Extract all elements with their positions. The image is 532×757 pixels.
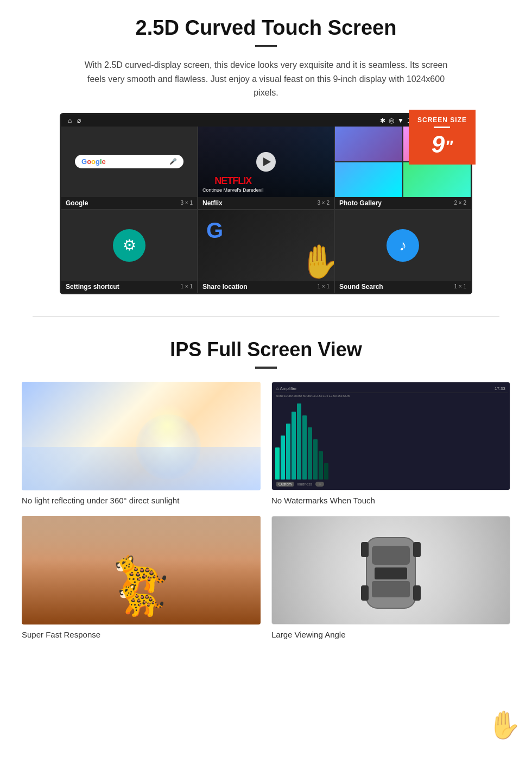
car-label: Large Viewing Angle: [271, 630, 510, 639]
badge-divider: [434, 127, 450, 128]
photo-tile-3: [335, 162, 402, 197]
mic-icon: 🎤: [169, 158, 177, 165]
title-underline-2: [255, 367, 277, 369]
netflix-logo-text: NETFLIX: [202, 175, 263, 187]
svg-rect-7: [413, 585, 421, 601]
google-thumbnail: Google 🎤: [61, 127, 197, 197]
sound-icon: ♪: [387, 229, 419, 262]
svg-rect-2: [372, 581, 410, 597]
amp-title: ⌂ Amplifier: [276, 386, 297, 391]
app-cell-share[interactable]: G 🤚 Share location 1 × 1: [198, 210, 334, 293]
section-curved-screen: 2.5D Curved Touch Screen With 2.5D curve…: [0, 0, 532, 311]
title-underline-1: [255, 45, 277, 47]
signal-icon: ▼: [397, 117, 404, 124]
google-app-size: 3 × 1: [180, 200, 193, 206]
app-cell-netflix[interactable]: NETFLIX Continue Marvel's Daredevil Netf…: [198, 127, 334, 209]
amp-footer: Custom loudness ○: [274, 481, 508, 488]
car-svg: [358, 521, 423, 619]
location-icon: ◎: [389, 117, 394, 124]
loudness-label: loudness: [297, 482, 312, 486]
home-icon: ⌂: [68, 117, 72, 124]
section1-title: 2.5D Curved Touch Screen: [33, 16, 499, 40]
svg-rect-3: [375, 567, 407, 579]
feature-car: Large Viewing Angle: [271, 516, 510, 639]
svg-rect-4: [361, 542, 369, 557]
features-grid: No light reflecting under 360° direct su…: [22, 382, 510, 639]
screen-container: Screen Size 9" ⌂ ⌀ ✱ ◎ ▼ 15:06 📷 🔊 ✕ ▭: [60, 113, 472, 294]
share-app-name: Share location: [202, 283, 248, 291]
netflix-app-name: Netflix: [202, 199, 223, 207]
car-visual: [272, 516, 510, 624]
sound-app-name: Sound Search: [339, 283, 383, 291]
photos-label-row: Photo Gallery 2 × 2: [335, 197, 471, 209]
photos-app-size: 2 × 2: [454, 200, 466, 206]
section1-description: With 2.5D curved-display screen, this de…: [76, 58, 456, 100]
netflix-thumbnail: NETFLIX Continue Marvel's Daredevil: [198, 127, 334, 197]
screen-size-badge: Screen Size 9": [409, 110, 476, 165]
app-cell-sound[interactable]: ♪ Sound Search 1 × 1: [335, 210, 471, 293]
play-triangle-icon: [263, 157, 271, 166]
amp-custom: Custom: [276, 482, 294, 487]
status-left: ⌂ ⌀: [68, 117, 81, 124]
netflix-app-size: 3 × 2: [317, 200, 330, 206]
netflix-continue-text: Continue Marvel's Daredevil: [202, 187, 263, 193]
settings-app-name: Settings shortcut: [66, 283, 119, 291]
amp-bar-6: [302, 415, 307, 480]
amp-bar-4: [292, 412, 296, 480]
amp-time: 17:33: [495, 386, 505, 391]
feature-sunlight: No light reflecting under 360° direct su…: [22, 382, 261, 505]
car-wrapper: [272, 516, 510, 624]
sunlight-visual: [22, 382, 261, 490]
sunlight-image: [22, 382, 261, 490]
cheetah-visual: 🐆: [22, 516, 261, 624]
google-app-name: Google: [66, 199, 88, 207]
amp-bar-10: [324, 463, 328, 479]
amp-bar-9: [319, 451, 323, 479]
settings-icon: ⚙: [113, 229, 145, 262]
settings-label-row: Settings shortcut 1 × 1: [61, 281, 197, 293]
g-maps-logo: G: [206, 218, 223, 243]
svg-rect-5: [413, 542, 421, 557]
google-search-bar: Google 🎤: [75, 155, 183, 168]
google-label-row: Google 3 × 1: [61, 197, 197, 209]
sunlight-label: No light reflecting under 360° direct su…: [22, 496, 261, 505]
badge-size-display: 9": [417, 131, 467, 158]
amp-bar-2: [281, 436, 285, 480]
sky-bottom: [22, 447, 261, 490]
section2-title: IPS Full Screen View: [22, 338, 510, 361]
app-cell-google[interactable]: Google 🎤 Google 3 × 1: [61, 127, 197, 209]
cheetah-image: 🐆: [22, 516, 261, 624]
amp-bar-1: [275, 447, 280, 480]
share-thumbnail: G 🤚: [198, 210, 334, 281]
cheetah-label: Super Fast Response: [22, 630, 261, 639]
settings-thumbnail: ⚙: [61, 210, 197, 281]
photos-app-name: Photo Gallery: [339, 199, 382, 207]
sound-thumbnail: ♪: [335, 210, 471, 281]
badge-title-text: Screen Size: [417, 116, 467, 124]
loudness-toggle: ○: [315, 482, 324, 487]
google-logo: Google: [81, 157, 106, 166]
feature-cheetah: 🐆 Super Fast Response: [22, 516, 261, 639]
app-cell-settings[interactable]: ⚙ Settings shortcut 1 × 1: [61, 210, 197, 293]
amp-header: ⌂ Amplifier 17:33: [274, 384, 508, 393]
amplifier-visual: ⌂ Amplifier 17:33 60hz 100hz 200hz 500hz…: [272, 382, 510, 490]
hand-icon: 🤚: [299, 242, 334, 281]
share-app-size: 1 × 1: [317, 283, 330, 289]
amp-bar-5: [297, 403, 301, 480]
settings-app-size: 1 × 1: [180, 283, 193, 289]
section-divider: [33, 316, 499, 317]
ips-header: IPS Full Screen View: [22, 338, 510, 369]
svg-rect-6: [361, 585, 369, 601]
amp-bar-3: [286, 424, 290, 480]
play-button: [256, 152, 276, 172]
netflix-label-row: Netflix 3 × 2: [198, 197, 334, 209]
sky-overlay: [22, 516, 261, 570]
amplifier-label: No Watermarks When Touch: [271, 496, 510, 505]
usb-icon: ⌀: [77, 117, 81, 124]
bluetooth-icon: ✱: [380, 117, 385, 124]
photo-tile-4: [403, 162, 471, 197]
amp-bar-8: [313, 439, 318, 480]
car-image: [271, 516, 510, 624]
section-ips: IPS Full Screen View No light reflecting…: [0, 322, 532, 655]
share-label-row: Share location 1 × 1: [198, 281, 334, 293]
